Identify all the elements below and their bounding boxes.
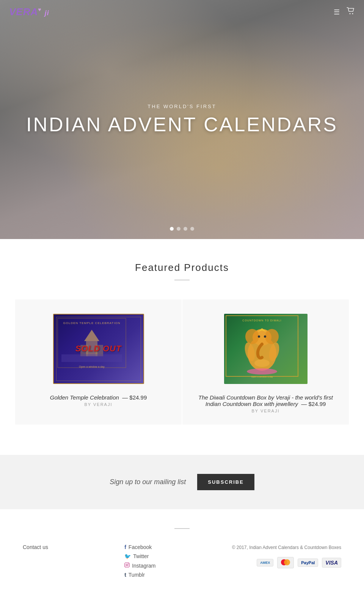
subscribe-button[interactable]: SUBSCRIBE xyxy=(197,474,254,490)
instagram-icon xyxy=(124,562,130,569)
hero-dots xyxy=(170,227,194,231)
mailing-list-text: Sign up to our mailing list xyxy=(110,478,186,486)
svg-text:Open a window a day: Open a window a day xyxy=(251,376,273,378)
mastercard-icon xyxy=(277,557,294,568)
svg-text:COUNTDOWN TO DIWALI: COUNTDOWN TO DIWALI xyxy=(242,319,281,322)
product-brand-2: BY VERAJI xyxy=(190,409,341,413)
product-image-diwali: COUNTDOWN TO DIWALI xyxy=(224,314,308,384)
product-brand-1: BY VERAJI xyxy=(84,402,112,407)
featured-products-section: Featured Products GOLDEN TEMPLE CELEBRAT… xyxy=(0,239,364,455)
svg-point-14 xyxy=(245,329,259,344)
featured-title: Featured Products xyxy=(15,262,349,274)
svg-text:Open a window a day: Open a window a day xyxy=(79,365,105,368)
header-actions: ☰ xyxy=(334,7,355,17)
cart-icon[interactable] xyxy=(347,7,355,17)
svg-point-17 xyxy=(258,335,260,338)
product-name-1: Golden Temple Celebration — $24.99 xyxy=(50,394,147,401)
footer-contact[interactable]: Contact us xyxy=(23,544,48,550)
instagram-link[interactable]: Instagram xyxy=(124,562,155,569)
hero-dot-4[interactable] xyxy=(190,227,194,231)
svg-point-25 xyxy=(126,564,128,566)
svg-point-28 xyxy=(284,559,290,565)
paypal-icon: PayPal xyxy=(298,559,318,567)
visa-icon: VISA xyxy=(322,558,341,568)
menu-icon[interactable]: ☰ xyxy=(334,8,340,16)
product-image-golden-temple: GOLDEN TEMPLE CELEBRATION Open a window … xyxy=(53,314,144,384)
site-footer: Contact us f Facebook 🐦 Twitter In xyxy=(0,509,364,593)
product-image-wrap-1: GOLDEN TEMPLE CELEBRATION Open a window … xyxy=(49,311,148,387)
hero-dot-2[interactable] xyxy=(177,227,180,231)
facebook-icon: f xyxy=(124,544,126,550)
hero-text-block: THE WORLD'S FIRST INDIAN ADVENT CALENDAR… xyxy=(26,104,338,135)
product-card-1[interactable]: GOLDEN TEMPLE CELEBRATION Open a window … xyxy=(15,299,182,425)
svg-point-26 xyxy=(128,563,129,564)
sold-out-badge: SOLD OUT xyxy=(75,344,122,354)
footer-divider xyxy=(174,528,190,529)
site-header: VERA♥ ji ☰ xyxy=(0,0,364,24)
product-price-1: $24.99 xyxy=(129,394,147,401)
svg-rect-24 xyxy=(125,563,129,567)
product-price-2: $24.99 xyxy=(308,401,326,407)
svg-point-22 xyxy=(247,368,277,374)
svg-point-18 xyxy=(264,335,266,338)
hero-dot-1[interactable] xyxy=(170,227,174,231)
product-image-wrap-2: COUNTDOWN TO DIWALI xyxy=(217,311,315,387)
tumblr-icon: t xyxy=(124,572,126,578)
svg-marker-4 xyxy=(84,330,99,341)
hero-section: THE WORLD'S FIRST INDIAN ADVENT CALENDAR… xyxy=(0,0,364,239)
amex-icon: AMEX xyxy=(257,559,273,566)
svg-text:GOLDEN TEMPLE CELEBRATION: GOLDEN TEMPLE CELEBRATION xyxy=(63,321,120,325)
svg-point-19 xyxy=(254,359,270,367)
hero-title: INDIAN ADVENT CALENDARS xyxy=(26,114,338,135)
footer-social-links: f Facebook 🐦 Twitter Instagram t xyxy=(124,544,155,578)
svg-point-0 xyxy=(350,13,351,14)
twitter-link[interactable]: 🐦 Twitter xyxy=(124,553,155,559)
product-info-2: The Diwali Countdown Box by Veraji - the… xyxy=(190,394,341,413)
featured-divider xyxy=(174,280,190,280)
payment-icons: AMEX PayPal VISA xyxy=(257,557,341,568)
svg-rect-8 xyxy=(61,354,122,362)
products-grid: GOLDEN TEMPLE CELEBRATION Open a window … xyxy=(15,299,349,425)
site-logo[interactable]: VERA♥ ji xyxy=(9,6,49,18)
svg-point-15 xyxy=(265,329,279,344)
twitter-icon: 🐦 xyxy=(124,553,131,559)
footer-content: Contact us f Facebook 🐦 Twitter In xyxy=(23,544,341,578)
footer-right: © 2017, Indian Advent Calendars & Countd… xyxy=(232,544,341,568)
hero-subtitle: THE WORLD'S FIRST xyxy=(26,104,338,109)
product-card-2[interactable]: COUNTDOWN TO DIWALI xyxy=(182,299,349,425)
svg-point-1 xyxy=(352,13,353,14)
tumblr-link[interactable]: t Tumblr xyxy=(124,572,155,578)
mailing-list-section: Sign up to our mailing list SUBSCRIBE xyxy=(0,455,364,509)
footer-copyright: © 2017, Indian Advent Calendars & Countd… xyxy=(232,544,341,551)
hero-dot-3[interactable] xyxy=(184,227,187,231)
product-name-2: The Diwali Countdown Box by Veraji - the… xyxy=(190,394,341,407)
facebook-link[interactable]: f Facebook xyxy=(124,544,155,550)
